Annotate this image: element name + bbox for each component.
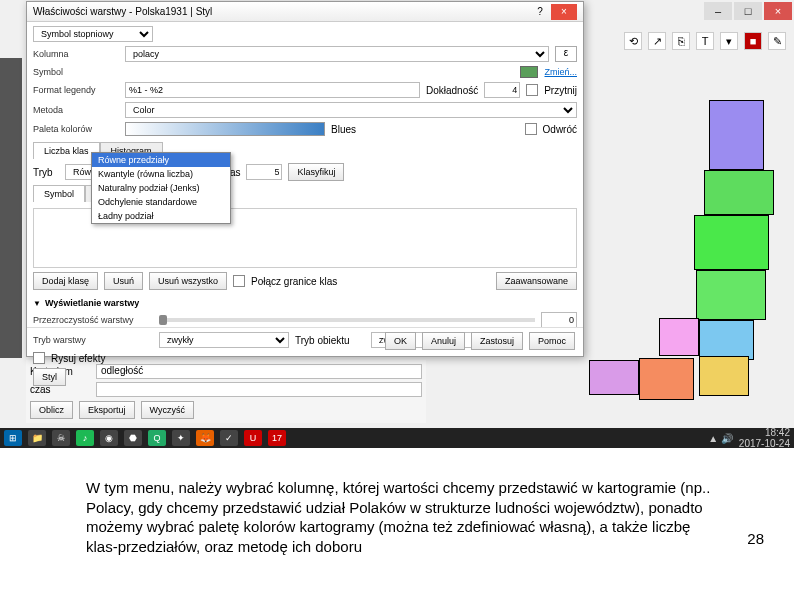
clock-date: 2017-10-24 — [739, 438, 790, 449]
cancel-button[interactable]: Anuluj — [422, 332, 465, 350]
task-qgis[interactable]: Q — [148, 430, 166, 446]
precision-spinner[interactable] — [484, 82, 520, 98]
column-label: Kolumna — [33, 49, 119, 59]
legend-format-input[interactable] — [125, 82, 420, 98]
mode-label: Tryb — [33, 167, 59, 178]
task-firefox[interactable]: 🦊 — [196, 430, 214, 446]
dialog-title: Właściwości warstwy - Polska1931 | Styl — [33, 6, 529, 17]
apply-button[interactable]: Zastosuj — [471, 332, 523, 350]
dialog-titlebar: Właściwości warstwy - Polska1931 | Styl … — [27, 2, 583, 22]
dd-item-stddev[interactable]: Odchylenie standardowe — [92, 195, 230, 209]
merge-label: Połącz granice klas — [251, 276, 337, 287]
symbol-label: Symbol — [33, 67, 119, 77]
layer-properties-dialog: Właściwości warstwy - Polska1931 | Styl … — [26, 1, 584, 357]
tool-rect-icon[interactable]: ■ — [744, 32, 762, 50]
task-spotify[interactable]: ♪ — [76, 430, 94, 446]
dd-item-equal[interactable]: Równe przedziały — [92, 153, 230, 167]
color-ramp-label: Paleta kolorów — [33, 124, 119, 134]
tray-icons[interactable]: ▲ 🔊 — [708, 433, 733, 444]
tool-text-icon[interactable]: T — [696, 32, 714, 50]
ok-button[interactable]: OK — [385, 332, 416, 350]
map-canvas[interactable] — [584, 70, 784, 420]
export-button[interactable]: Eksportuj — [79, 401, 135, 419]
calculate-button[interactable]: Oblicz — [30, 401, 73, 419]
delete-button[interactable]: Usuń — [104, 272, 143, 290]
tool-arrow-icon[interactable]: ↗ — [648, 32, 666, 50]
dark-sidebar — [0, 58, 22, 358]
color-ramp-select[interactable] — [125, 122, 325, 136]
tab-symbol[interactable]: Symbol — [33, 185, 85, 202]
clock-time: 18:42 — [739, 427, 790, 438]
mode-dropdown-menu: Równe przedziały Kwantyle (równa liczba)… — [91, 152, 231, 224]
task-app-5[interactable]: ✓ — [220, 430, 238, 446]
paint-effects-label: Rysuj efekty — [51, 353, 105, 364]
render-section-header[interactable]: Wyświetlanie warstwy — [33, 298, 577, 308]
invert-label: Odwróć — [543, 124, 577, 135]
tool-dropdown-icon[interactable]: ▾ — [720, 32, 738, 50]
page-number: 28 — [747, 530, 764, 547]
trim-checkbox[interactable] — [526, 84, 538, 96]
maximize-button[interactable]: □ — [734, 2, 762, 20]
style-menu-button[interactable]: Styl — [33, 368, 66, 386]
slide-caption: W tym menu, należy wybrać kolumnę, które… — [86, 478, 726, 556]
dd-item-pretty[interactable]: Ładny podział — [92, 209, 230, 223]
task-app-6[interactable]: U — [244, 430, 262, 446]
window-controls: – □ × — [704, 2, 792, 20]
main-toolbar: ⟲ ↗ ⎘ T ▾ ■ ✎ — [624, 32, 786, 50]
expression-button[interactable]: ε — [555, 46, 577, 62]
merge-checkbox[interactable] — [233, 275, 245, 287]
transparency-value[interactable] — [541, 312, 577, 328]
task-app-1[interactable]: 📁 — [28, 430, 46, 446]
clear-button[interactable]: Wyczyść — [141, 401, 194, 419]
transparency-slider[interactable] — [159, 318, 535, 322]
task-app-2[interactable]: ☠ — [52, 430, 70, 446]
help-button[interactable]: Pomoc — [529, 332, 575, 350]
dd-item-quantile[interactable]: Kwantyle (równa liczba) — [92, 167, 230, 181]
task-app-4[interactable]: ✦ — [172, 430, 190, 446]
app-frame: – □ × ⟲ ↗ ⎘ T ▾ ■ ✎ Właściwości warstwy … — [0, 0, 794, 448]
symbol-type-select[interactable]: Symbol stopniowy — [33, 26, 153, 42]
close-button[interactable]: × — [764, 2, 792, 20]
dd-item-jenks[interactable]: Naturalny podział (Jenks) — [92, 181, 230, 195]
trim-label: Przytnij — [544, 85, 577, 96]
delete-all-button[interactable]: Usuń wszystko — [149, 272, 227, 290]
add-class-button[interactable]: Dodaj klasę — [33, 272, 98, 290]
start-icon[interactable]: ⊞ — [4, 430, 22, 446]
transparency-label: Przezroczystość warstwy — [33, 315, 153, 325]
method-select[interactable]: Color — [125, 102, 577, 118]
symbol-swatch[interactable] — [520, 66, 538, 78]
column-select[interactable]: polacy — [125, 46, 549, 62]
task-app-7[interactable]: 17 — [268, 430, 286, 446]
task-app-3[interactable]: ⬣ — [124, 430, 142, 446]
invert-checkbox[interactable] — [525, 123, 537, 135]
classes-spinner[interactable] — [246, 164, 282, 180]
tool-copy-icon[interactable]: ⎘ — [672, 32, 690, 50]
dialog-help-icon[interactable]: ? — [529, 4, 551, 20]
tool-pen-icon[interactable]: ✎ — [768, 32, 786, 50]
advanced-button[interactable]: Zaawansowane — [496, 272, 577, 290]
change-symbol-link[interactable]: Zmień... — [544, 67, 577, 77]
method-label: Metoda — [33, 105, 119, 115]
tab-classes[interactable]: Liczba klas — [33, 142, 100, 159]
minimize-button[interactable]: – — [704, 2, 732, 20]
tool-undo-icon[interactable]: ⟲ — [624, 32, 642, 50]
legend-format-label: Format legendy — [33, 85, 119, 95]
precision-label: Dokładność — [426, 85, 478, 96]
color-ramp-name: Blues — [331, 124, 356, 135]
taskbar: ⊞ 📁 ☠ ♪ ◉ ⬣ Q ✦ 🦊 ✓ U 17 ▲ 🔊 18:42 2017-… — [0, 428, 794, 448]
task-chrome[interactable]: ◉ — [100, 430, 118, 446]
dialog-close-icon[interactable]: × — [551, 4, 577, 20]
classify-button[interactable]: Klasyfikuj — [288, 163, 344, 181]
